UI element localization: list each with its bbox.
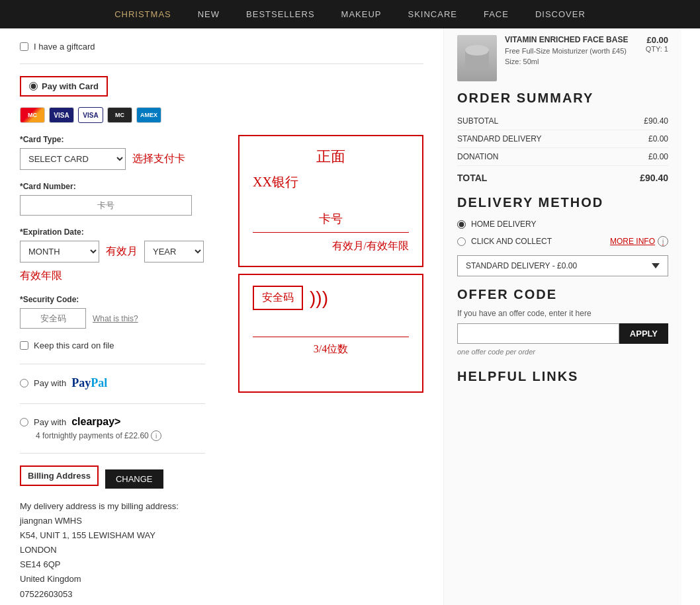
subtotal-value: £90.40 <box>644 116 668 126</box>
clearpay-row[interactable]: Pay with clearpay> <box>20 416 205 428</box>
paypal-label-text: Pay with <box>34 378 66 388</box>
product-name: VITAMIN ENRICHED FACE BASE <box>505 35 638 44</box>
delivery-dropdown-row: STANDARD DELIVERY - £0.00 <box>457 255 668 276</box>
delivery-row: STANDARD DELIVERY £0.00 <box>457 130 668 148</box>
keep-on-file-checkbox[interactable] <box>20 341 28 350</box>
click-collect-row: CLICK AND COLLECT MORE INFO i <box>457 234 668 249</box>
clearpay-radio[interactable] <box>20 418 28 426</box>
divider-2 <box>20 364 205 364</box>
card-front-label: 正面 <box>253 147 409 167</box>
card-bank-label: XX银行 <box>253 173 409 191</box>
security-digits-label: 3/4位数 <box>253 337 409 356</box>
visa-icon: VISA <box>49 107 74 123</box>
home-delivery-radio[interactable] <box>457 220 466 229</box>
clearpay-info-icon[interactable]: i <box>151 430 161 441</box>
nav-makeup[interactable]: MAKEUP <box>341 9 382 19</box>
keep-on-file-row: Keep this card on file <box>20 341 205 350</box>
nav-christmas[interactable]: CHRISTMAS <box>114 9 171 19</box>
total-value: £90.40 <box>640 173 668 183</box>
what-is-this-link[interactable]: What is this? <box>93 314 138 323</box>
security-code-input[interactable] <box>20 308 86 329</box>
page-content: I have a giftcard Pay with Card MC VISA … <box>0 28 700 605</box>
month-annotation: 有效月 <box>106 245 138 259</box>
pay-card-radio[interactable] <box>29 82 38 91</box>
divider-3 <box>20 403 205 404</box>
pay-card-label: Pay with Card <box>42 81 99 91</box>
nav-skincare[interactable]: SKINCARE <box>408 9 457 19</box>
card-diagram-date: 有效月/有效年限 <box>253 239 409 253</box>
card-number-group: *Card Number: <box>20 182 205 216</box>
billing-address-header: Billing Address <box>20 465 99 486</box>
order-summary-section: VITAMIN ENRICHED FACE BASE Free Full-Siz… <box>443 28 681 605</box>
gift-card-row: I have a giftcard <box>20 42 423 52</box>
diagrams-column: 正面 XX银行 卡号 有效月/有效年限 安全码 ))) 3/4位数 <box>218 135 423 602</box>
paypal-logo: PayPal <box>71 376 107 390</box>
nav-new[interactable]: NEW <box>198 9 220 19</box>
card-type-label: *Card Type: <box>20 135 205 144</box>
pay-with-card-section[interactable]: Pay with Card <box>20 76 108 97</box>
billing-address-details: My delivery address is my billing addres… <box>20 499 205 602</box>
keep-on-file-label: Keep this card on file <box>34 341 114 350</box>
nav-bar: CHRISTMAS NEW BESTSELLERS MAKEUP SKINCAR… <box>0 0 700 28</box>
more-info-link[interactable]: MORE INFO i <box>610 236 668 247</box>
form-column: *Card Type: SELECT CARD 选择支付卡 *Card Numb… <box>20 135 205 602</box>
subtotal-row: SUBTOTAL £90.40 <box>457 112 668 130</box>
clearpay-section: Pay with clearpay> 4 fortnightly payment… <box>20 416 205 441</box>
gift-card-checkbox[interactable] <box>20 42 28 51</box>
billing-line3: K54, UNIT 1, 155 LEWISHAM WAY <box>20 528 205 543</box>
offer-note: one offer code per order <box>457 348 668 356</box>
card-type-annotation: 选择支付卡 <box>132 152 185 166</box>
product-free-offer: Free Full-Size Moisturizer (worth £45) <box>505 47 638 55</box>
home-delivery-label: HOME DELIVERY <box>471 220 536 229</box>
home-delivery-row: HOME DELIVERY <box>457 217 668 231</box>
svg-point-2 <box>465 45 489 56</box>
total-row: TOTAL £90.40 <box>457 169 668 187</box>
card-icons-row: MC VISA VISA MC AMEX <box>20 107 423 123</box>
security-row: What is this? <box>20 308 205 329</box>
donation-label: DONATION <box>457 152 498 161</box>
expiration-label: *Expiration Date: <box>20 227 205 237</box>
click-collect-option[interactable]: CLICK AND COLLECT <box>457 237 552 246</box>
nav-discover[interactable]: DISCOVER <box>535 9 586 19</box>
card-type-row: SELECT CARD 选择支付卡 <box>20 148 205 170</box>
year-select[interactable]: YEAR <box>144 241 204 262</box>
security-code-label: *Security Code: <box>20 295 205 304</box>
month-select[interactable]: MONTH <box>20 241 99 262</box>
product-row: VITAMIN ENRICHED FACE BASE Free Full-Siz… <box>457 35 668 81</box>
card-type-select[interactable]: SELECT CARD <box>20 148 126 170</box>
mastercard-dark-icon: MC <box>107 107 132 123</box>
clearpay-logo: clearpay> <box>71 416 120 428</box>
change-address-button[interactable]: CHANGE <box>105 469 163 489</box>
helpful-links-title: HELPFUL LINKS <box>457 369 668 384</box>
more-info-icon[interactable]: i <box>658 236 668 247</box>
paypal-radio[interactable] <box>20 379 28 387</box>
offer-input-row: APPLY <box>457 323 668 344</box>
billing-address-section: Billing Address CHANGE My delivery addre… <box>20 465 205 602</box>
clearpay-note: 4 fortnightly payments of £22.60 i <box>36 430 205 441</box>
product-price: £0.00 <box>646 35 668 45</box>
apply-button[interactable]: APPLY <box>619 323 668 344</box>
card-type-group: *Card Type: SELECT CARD 选择支付卡 <box>20 135 205 170</box>
nav-face[interactable]: FACE <box>484 9 509 19</box>
card-number-input[interactable] <box>20 195 192 216</box>
card-diagram-num: 卡号 <box>253 211 409 233</box>
offer-code-section: OFFER CODE If you have an offer code, en… <box>457 287 668 356</box>
expiration-row: MONTH 有效月 YEAR 有效年限 <box>20 241 205 283</box>
nav-bestsellers[interactable]: BESTSELLERS <box>246 9 315 19</box>
delivery-method-select[interactable]: STANDARD DELIVERY - £0.00 <box>457 255 668 276</box>
offer-code-input[interactable] <box>457 323 619 344</box>
billing-line4: LONDON <box>20 543 205 557</box>
paypal-row[interactable]: Pay with PayPal <box>20 376 205 390</box>
donation-row: DONATION £0.00 <box>457 148 668 166</box>
security-ripple-icon: ))) <box>310 288 328 309</box>
helpful-links-section: HELPFUL LINKS <box>457 369 668 384</box>
form-diagram-area: *Card Type: SELECT CARD 选择支付卡 *Card Numb… <box>20 135 423 602</box>
order-summary-title: ORDER SUMMARY <box>457 91 668 106</box>
offer-code-title: OFFER CODE <box>457 287 668 302</box>
payment-form-section: I have a giftcard Pay with Card MC VISA … <box>0 28 443 605</box>
click-collect-radio[interactable] <box>457 237 466 246</box>
navigation: CHRISTMAS NEW BESTSELLERS MAKEUP SKINCAR… <box>0 0 700 28</box>
billing-line1: My delivery address is my billing addres… <box>20 499 205 514</box>
clearpay-label-text: Pay with <box>34 417 66 427</box>
home-delivery-option[interactable]: HOME DELIVERY <box>457 220 536 229</box>
